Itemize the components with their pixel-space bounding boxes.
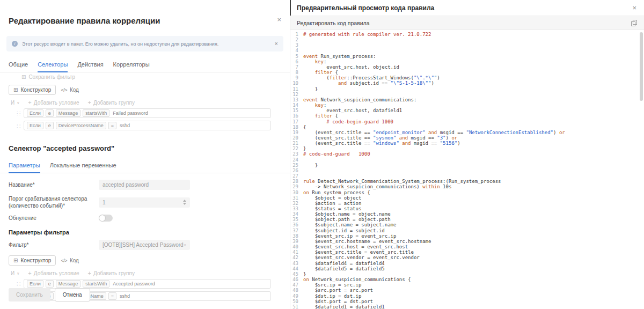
condition-field-chip[interactable]: Message: [56, 280, 81, 288]
panel-divider: [290, 0, 291, 16]
selector-heading: Селектор "accepted password": [9, 144, 281, 152]
condition-row: ⋮⋮ Если e Message startsWith Accepted pa…: [15, 279, 271, 289]
drag-handle-icon[interactable]: ⋮⋮: [15, 123, 20, 128]
tab-parameters[interactable]: Параметры: [9, 159, 40, 173]
grid-icon: ⊞: [13, 87, 18, 93]
reset-toggle[interactable]: [99, 215, 113, 222]
save-filter-label: Сохранить фильтр: [28, 74, 75, 80]
condition-if-chip[interactable]: Если: [27, 122, 43, 129]
builder-mode-toggle-top: ⊞ Конструктор </> Код: [9, 85, 281, 95]
copy-icon[interactable]: [631, 20, 636, 26]
condition-field-chip[interactable]: Message: [56, 109, 81, 117]
add-group-button[interactable]: + Добавить группу: [88, 100, 135, 106]
constructor-label: Конструктор: [20, 87, 51, 93]
filter-select-value: [OOTB][SSH] Accepted Password: [103, 242, 184, 248]
plus-icon: +: [88, 100, 91, 106]
tab-local-variables[interactable]: Локальные переменные: [50, 159, 116, 173]
code-scrollbar[interactable]: [640, 32, 643, 309]
close-icon[interactable]: ×: [632, 4, 636, 11]
operator-dropdown[interactable]: И ∨: [11, 270, 19, 276]
plus-icon: +: [88, 270, 91, 276]
code-icon: </>: [61, 87, 67, 93]
code-lines: 1# generated with rule compiler ver. 21.…: [292, 32, 644, 309]
constructor-button[interactable]: ⊞ Конструктор: [9, 255, 56, 266]
grid-icon: ⊞: [13, 258, 18, 263]
code-button[interactable]: </> Код: [56, 85, 84, 95]
condition-operator-chip[interactable]: startsWith: [83, 109, 109, 117]
add-condition-button[interactable]: + Добавить условие: [28, 100, 79, 106]
toggle-knob: [99, 215, 105, 221]
add-condition-label: Добавить условие: [34, 270, 79, 276]
add-condition-button[interactable]: + Добавить условие: [28, 270, 79, 276]
tab-correlators[interactable]: Корреляторы: [113, 58, 150, 72]
condition-field-chip[interactable]: DeviceProcessName: [56, 122, 106, 129]
selector-form: Название* accepted password Порог срабат…: [9, 180, 281, 222]
add-group-button[interactable]: + Добавить группу: [88, 270, 135, 276]
stepper-down-icon[interactable]: [183, 203, 186, 205]
constructor-button[interactable]: ⊞ Конструктор: [9, 85, 56, 95]
code-label: Код: [70, 258, 79, 263]
condition-operator-chip[interactable]: startsWith: [83, 280, 109, 288]
tab-actions[interactable]: Действия: [77, 58, 103, 72]
code-label: Код: [70, 87, 79, 93]
code-preview-panel: Предварительный просмотр кода правила × …: [290, 0, 644, 309]
stepper-arrows-icon[interactable]: [183, 200, 186, 205]
threshold-stepper[interactable]: 1: [99, 197, 190, 208]
plus-icon: +: [28, 100, 31, 106]
save-filter-icon: ⊞: [21, 74, 26, 80]
name-field-row: Название* accepted password: [9, 180, 281, 190]
edit-code-link[interactable]: Редактировать код правила: [297, 20, 370, 26]
chevron-down-icon: ∨: [17, 101, 19, 105]
condition-event-chip[interactable]: e: [46, 122, 54, 129]
stepper-up-icon[interactable]: [183, 200, 186, 202]
condition-event-chip[interactable]: e: [46, 280, 54, 288]
tab-general[interactable]: Общие: [9, 58, 28, 72]
reset-field-row: Обнуление: [9, 215, 281, 222]
drag-handle-icon[interactable]: ⋮⋮: [15, 111, 20, 116]
chevron-down-icon: ∨: [184, 243, 186, 247]
code-icon: </>: [61, 258, 67, 263]
scrollbar-thumb[interactable]: [640, 32, 643, 101]
condition-value[interactable]: Accepted password: [113, 281, 155, 286]
close-icon[interactable]: ×: [277, 16, 281, 23]
banner-close-icon[interactable]: ×: [275, 41, 278, 47]
condition-operator-chip[interactable]: =: [108, 292, 116, 300]
save-button[interactable]: Сохранить: [9, 288, 50, 301]
operator-label: И: [11, 270, 14, 276]
code-editor[interactable]: 1# generated with rule compiler ver. 21.…: [290, 30, 644, 309]
rule-edit-panel: Редактирование правила корреляции × i Эт…: [0, 0, 290, 309]
tab-selectors[interactable]: Селекторы: [38, 58, 68, 72]
filter-select[interactable]: [OOTB][SSH] Accepted Password ∨: [99, 240, 190, 250]
operator-dropdown[interactable]: И ∨: [11, 100, 19, 106]
main-tabs: Общие Селекторы Действия Корреляторы: [0, 58, 290, 72]
threshold-value: 1: [103, 200, 106, 205]
condition-value[interactable]: sshd: [120, 123, 130, 128]
footer-actions: Сохранить Отмена: [9, 288, 90, 301]
condition-event-chip[interactable]: e: [46, 109, 54, 117]
condition-operator-chip[interactable]: =: [108, 122, 116, 129]
app-root: Редактирование правила корреляции × i Эт…: [0, 0, 644, 309]
cancel-button[interactable]: Отмена: [55, 288, 90, 301]
condition-row: ⋮⋮ Если e Message startsWith Failed pass…: [15, 108, 271, 118]
code-button[interactable]: </> Код: [56, 255, 84, 266]
chevron-down-icon: ∨: [17, 271, 19, 276]
condition-value[interactable]: sshd: [120, 293, 130, 299]
info-banner: i Этот ресурс входит в пакет. Его можно …: [6, 36, 283, 52]
add-condition-label: Добавить условие: [34, 100, 79, 106]
add-group-label: Добавить группу: [93, 270, 135, 276]
threshold-field-row: Порог срабатывания селектора (количество…: [9, 195, 281, 209]
condition-value[interactable]: Failed password: [113, 111, 148, 116]
save-filter-button[interactable]: ⊞ Сохранить фильтр: [21, 74, 281, 80]
name-input-value: accepted password: [103, 182, 149, 188]
info-icon: i: [12, 41, 18, 47]
constructor-label: Конструктор: [20, 258, 51, 263]
condition-toolbar-bottom: И ∨ + Добавить условие + Добавить группу: [11, 270, 281, 276]
drag-handle-icon[interactable]: ⋮⋮: [15, 282, 20, 286]
selector-tabs: Параметры Локальные переменные: [0, 159, 290, 173]
filter-params-heading: Параметры фильтра: [9, 229, 281, 236]
condition-box: Если e Message startsWith Accepted passw…: [24, 279, 271, 289]
condition-if-chip[interactable]: Если: [27, 280, 43, 288]
name-input[interactable]: accepted password: [99, 180, 190, 190]
reset-label: Обнуление: [9, 215, 99, 222]
condition-if-chip[interactable]: Если: [27, 109, 43, 117]
